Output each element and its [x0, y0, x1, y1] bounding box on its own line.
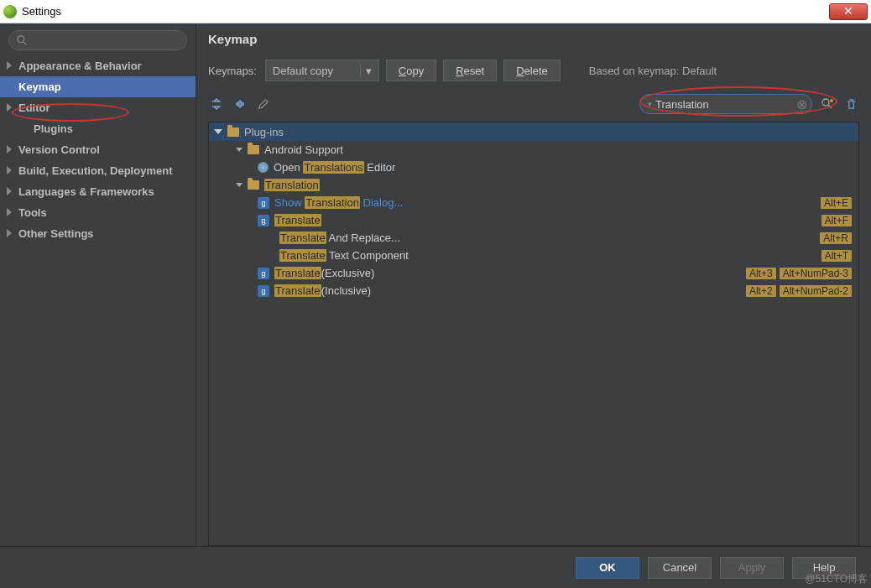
folder-icon	[248, 145, 259, 154]
help-button[interactable]: Help	[792, 557, 856, 579]
sidebar-search-input[interactable]	[8, 30, 187, 50]
shortcut-badge: Alt+3	[746, 268, 776, 279]
action-icon: g	[258, 285, 269, 297]
dialog-button-bar: OK Cancel Apply Help	[0, 546, 871, 588]
chevron-down-icon	[214, 129, 222, 134]
search-field[interactable]	[652, 98, 796, 111]
tools-row: ▾ ⊗	[208, 91, 859, 117]
tree-root-plugins[interactable]: Plug-ins	[209, 122, 858, 141]
chevron-down-icon: ▾	[360, 65, 372, 77]
action-icon: g	[258, 268, 269, 279]
window-title: Settings	[22, 5, 829, 18]
shortcut-badge: Alt+NumPad-3	[780, 268, 852, 279]
svg-point-4	[822, 99, 829, 106]
clear-search-icon[interactable]: ⊗	[796, 96, 807, 112]
keymaps-dropdown[interactable]: Default copy ▾	[265, 60, 379, 81]
svg-line-5	[828, 105, 832, 108]
sidebar-item-languages[interactable]: Languages & Frameworks	[0, 181, 196, 202]
tree-item-translate-exclusive[interactable]: g Translate(Exclusive) Alt+3Alt+NumPad-3	[209, 264, 858, 282]
chevron-down-icon	[236, 148, 243, 152]
sidebar-item-editor[interactable]: Editor	[0, 97, 196, 118]
tree-item-translate[interactable]: g Translate Alt+F	[209, 211, 858, 229]
sidebar-item-version-control[interactable]: Version Control	[0, 139, 196, 160]
expand-all-icon[interactable]	[208, 96, 225, 112]
sidebar-item-other[interactable]: Other Settings	[0, 223, 196, 244]
tree-node-android-support[interactable]: Android Support	[209, 141, 858, 159]
sidebar-item-plugins[interactable]: Plugins	[0, 118, 196, 139]
shortcut-badge: Alt+E	[821, 197, 852, 209]
edit-icon[interactable]	[255, 96, 272, 112]
delete-button[interactable]: Delete	[503, 60, 561, 81]
action-icon: g	[258, 215, 269, 226]
app-icon	[3, 5, 17, 18]
tree-node-translation[interactable]: Translation	[209, 176, 858, 194]
window-close-button[interactable]: ✕	[829, 3, 868, 20]
folder-icon	[248, 180, 259, 190]
tree-item-show-translation-dialog[interactable]: g Show Translation Dialog... Alt+E	[209, 194, 858, 211]
shortcut-badge: Alt+R	[820, 232, 852, 244]
tree-item-translate-text-component[interactable]: Translate Text Component Alt+T	[209, 247, 858, 264]
sidebar-item-tools[interactable]: Tools	[0, 202, 196, 223]
trash-icon[interactable]	[842, 96, 859, 112]
folder-icon	[227, 127, 239, 137]
based-on-label: Based on keymap: Default	[589, 65, 717, 77]
apply-button[interactable]: Apply	[720, 557, 784, 579]
collapse-all-icon[interactable]	[232, 96, 248, 112]
chevron-down-icon	[236, 183, 243, 187]
shortcut-badge: Alt+2	[746, 285, 776, 297]
keymap-panel: Keymap Keymaps: Default copy ▾ Copy Rese…	[196, 23, 871, 546]
sidebar-item-build[interactable]: Build, Execution, Deployment	[0, 160, 196, 181]
action-search-input[interactable]: ▾ ⊗	[639, 94, 812, 114]
settings-sidebar: Appearance & Behavior Keymap Editor Plug…	[0, 23, 196, 546]
sidebar-item-keymap[interactable]: Keymap	[0, 76, 196, 97]
keymaps-label: Keymaps:	[208, 65, 257, 77]
reset-button[interactable]: Reset	[443, 60, 497, 81]
window-titlebar: Settings ✕	[0, 0, 871, 23]
panel-title: Keymap	[208, 32, 859, 46]
find-by-shortcut-icon[interactable]	[819, 96, 836, 112]
ok-button[interactable]: OK	[576, 557, 639, 579]
tree-item-translate-inclusive[interactable]: g Translate(Inclusive) Alt+2Alt+NumPad-2	[209, 282, 858, 299]
svg-point-0	[18, 36, 24, 43]
tree-item-open-translations-editor[interactable]: Open Translations Editor	[209, 159, 858, 176]
search-icon	[16, 34, 28, 46]
keymaps-row: Keymaps: Default copy ▾ Copy Reset Delet…	[208, 60, 859, 81]
sidebar-item-appearance[interactable]: Appearance & Behavior	[0, 55, 196, 76]
svg-point-6	[830, 99, 833, 102]
keymap-tree[interactable]: Plug-ins Android Support Open Translatio…	[208, 122, 859, 546]
cancel-button[interactable]: Cancel	[648, 557, 712, 579]
svg-line-1	[23, 42, 27, 45]
sidebar-items: Appearance & Behavior Keymap Editor Plug…	[0, 55, 196, 244]
globe-icon	[258, 162, 269, 173]
tree-item-translate-and-replace[interactable]: Translate And Replace... Alt+R	[209, 229, 858, 247]
shortcut-badge: Alt+T	[821, 250, 852, 262]
keymaps-value: Default copy	[273, 65, 333, 77]
copy-button[interactable]: Copy	[386, 60, 436, 81]
action-icon: g	[258, 197, 269, 209]
shortcut-badge: Alt+NumPad-2	[780, 285, 852, 297]
shortcut-badge: Alt+F	[821, 215, 852, 226]
